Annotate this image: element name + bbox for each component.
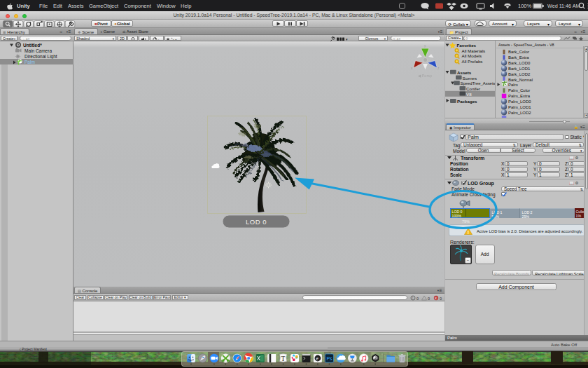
svg-text:All Models: All Models [462, 53, 482, 58]
svg-text:0: 0 [440, 296, 442, 300]
svg-text:Palm: Palm [508, 83, 518, 87]
svg-text:Assets › SpeedTree_Assets › V8: Assets › SpeedTree_Assets › V8 [498, 43, 554, 47]
svg-text:V8: V8 [466, 92, 472, 97]
svg-text:Bark_Color: Bark_Color [508, 50, 529, 54]
svg-text:Bark_Normal: Bark_Normal [508, 78, 533, 82]
svg-text:Palm_LOD1: Palm_LOD1 [508, 105, 531, 109]
svg-text:SpeedTree_Assets: SpeedTree_Assets [461, 81, 496, 86]
svg-text:Bark_LOD2: Bark_LOD2 [508, 72, 531, 76]
svg-text:▾: ▾ [346, 37, 348, 41]
svg-text:Ps: Ps [326, 356, 332, 361]
svg-text:Bark_LOD0: Bark_LOD0 [508, 61, 531, 65]
svg-text:Palm_LOD2: Palm_LOD2 [508, 111, 531, 115]
svg-text:!: ! [412, 297, 413, 300]
svg-text:Packages: Packages [457, 99, 477, 104]
svg-text:Conifer: Conifer [466, 86, 480, 91]
svg-text:!: ! [468, 229, 469, 234]
svg-text:0: 0 [416, 296, 419, 300]
svg-text:All Prefabs: All Prefabs [462, 59, 483, 64]
svg-text:▾: ▾ [175, 37, 177, 41]
svg-text:0: 0 [428, 296, 430, 300]
svg-text:Assets: Assets [457, 70, 472, 75]
svg-text:Favorites: Favorites [457, 43, 477, 48]
svg-text:Bark_LOD1: Bark_LOD1 [508, 67, 531, 71]
svg-text:Palm_LOD0: Palm_LOD0 [508, 100, 531, 104]
svg-text:Scenes: Scenes [463, 76, 477, 81]
svg-text:Bark_Extra: Bark_Extra [508, 55, 529, 60]
svg-text:Palm_Color: Palm_Color [508, 88, 530, 93]
svg-text:All Materials: All Materials [462, 48, 486, 53]
svg-text:T: T [281, 355, 286, 362]
svg-text:▾: ▾ [158, 38, 160, 41]
svg-text:Palm_Extra: Palm_Extra [508, 94, 531, 98]
